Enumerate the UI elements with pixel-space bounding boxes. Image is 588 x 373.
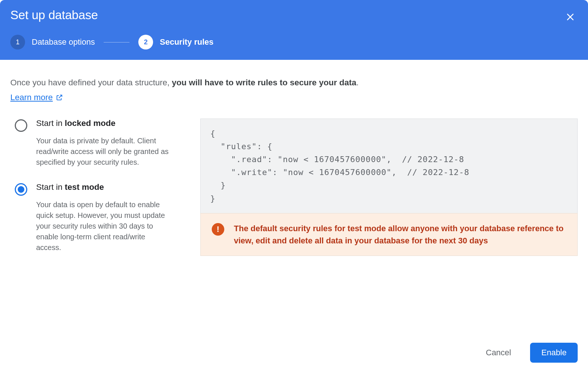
option-title: Start in locked mode <box>36 119 169 128</box>
dialog-title: Set up database <box>10 8 578 22</box>
close-button[interactable] <box>563 10 578 24</box>
warning-text: The default security rules for test mode… <box>234 222 566 247</box>
learn-more-label: Learn more <box>10 93 53 102</box>
radio-icon <box>15 119 27 132</box>
step-database-options[interactable]: 1 Database options <box>10 35 95 49</box>
step-label: Security rules <box>160 37 214 47</box>
intro-text: Once you have defined your data structur… <box>10 77 578 89</box>
dialog-header: Set up database 1 Database options 2 Sec… <box>0 0 588 60</box>
step-security-rules[interactable]: 2 Security rules <box>138 35 214 49</box>
dialog-content: Once you have defined your data structur… <box>0 60 588 335</box>
rules-preview-column: { "rules": { ".read": "now < 16704576000… <box>200 119 578 268</box>
option-description: Your data is private by default. Client … <box>36 136 169 168</box>
learn-more-link[interactable]: Learn more <box>10 93 63 102</box>
step-number: 2 <box>138 35 153 49</box>
setup-database-dialog: Set up database 1 Database options 2 Sec… <box>0 0 588 373</box>
warning-banner: ! The default security rules for test mo… <box>200 213 578 256</box>
option-description: Your data is open by default to enable q… <box>36 199 169 253</box>
option-title: Start in test mode <box>36 182 169 192</box>
option-test-mode[interactable]: Start in test mode Your data is open by … <box>10 182 190 268</box>
step-divider <box>104 42 129 42</box>
mode-options: Start in locked mode Your data is privat… <box>10 119 190 268</box>
step-number: 1 <box>10 35 25 49</box>
external-link-icon <box>56 94 63 101</box>
option-locked-mode[interactable]: Start in locked mode Your data is privat… <box>10 119 190 182</box>
radio-icon <box>15 183 27 196</box>
warning-icon: ! <box>212 223 224 236</box>
step-label: Database options <box>32 37 95 47</box>
close-icon <box>565 12 575 22</box>
enable-button[interactable]: Enable <box>530 343 578 363</box>
stepper: 1 Database options 2 Security rules <box>10 35 578 49</box>
main-row: Start in locked mode Your data is privat… <box>10 119 578 268</box>
cancel-button[interactable]: Cancel <box>475 343 522 363</box>
dialog-footer: Cancel Enable <box>0 335 588 373</box>
rules-code-preview: { "rules": { ".read": "now < 16704576000… <box>200 119 578 213</box>
